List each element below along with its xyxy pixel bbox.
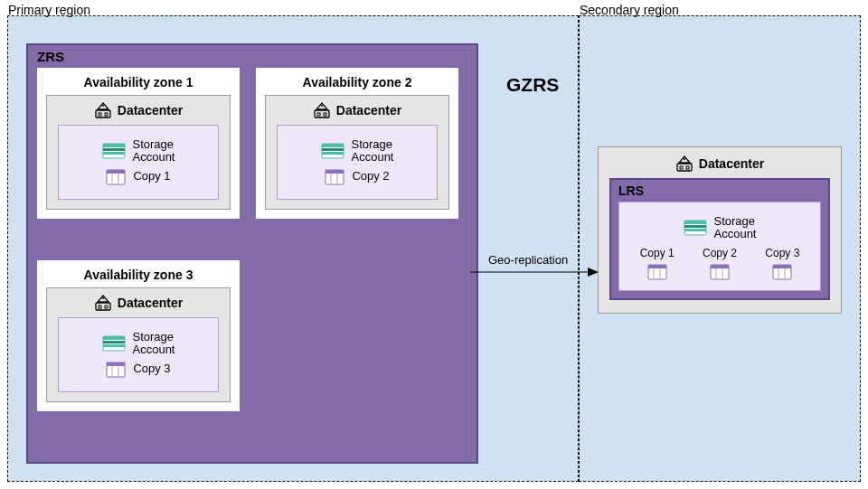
availability-zone-3: Availability zone 3 Datacenter Storage A… (37, 260, 240, 411)
az-title: Availability zone 2 (265, 75, 449, 89)
geo-replication-arrow-icon (470, 265, 615, 283)
datacenter-label: Datacenter (118, 296, 183, 310)
copy-item: Copy 2 (703, 247, 737, 281)
az-title: Availability zone 1 (46, 75, 231, 89)
primary-region-label: Primary region (8, 3, 90, 17)
copy-item: Copy 3 (765, 247, 799, 281)
zrs-label: ZRS (37, 49, 467, 64)
copy-label: Copy 2 (703, 247, 737, 259)
datacenter-title: Datacenter (277, 101, 438, 119)
copy-label: Copy 2 (352, 170, 389, 183)
storage-icon (102, 141, 126, 161)
datacenter-box: Datacenter Storage Account Copy 3 (46, 287, 231, 402)
svg-marker-13 (588, 268, 599, 277)
gzrs-title: GZRS (506, 74, 559, 96)
datacenter-title: Datacenter (609, 155, 830, 173)
copy-icon (647, 263, 667, 281)
copies-row: Copy 1 Copy 2 Copy 3 (628, 247, 811, 281)
storage-label: Storage Account (133, 331, 175, 357)
datacenter-label: Datacenter (118, 103, 183, 118)
datacenter-icon (94, 101, 112, 119)
lrs-container: LRS Storage Account Copy 1 Copy 2 (609, 178, 830, 300)
datacenter-label: Datacenter (699, 156, 764, 171)
datacenter-title: Datacenter (58, 294, 219, 312)
copy-icon (106, 361, 126, 379)
storage-card: Storage Account Copy 3 (58, 317, 219, 392)
datacenter-box: Datacenter Storage Account Copy 2 (265, 95, 449, 210)
copy-label: Copy 3 (133, 362, 170, 375)
copy-icon (106, 168, 126, 186)
primary-region: Primary region ZRS Availability zone 1 D… (7, 15, 579, 482)
secondary-region: Secondary region Datacenter LRS Storage … (579, 15, 861, 482)
lrs-label: LRS (618, 183, 821, 198)
storage-icon (102, 334, 126, 353)
copy-label: Copy 1 (640, 247, 675, 259)
datacenter-title: Datacenter (58, 101, 219, 119)
availability-zone-1: Availability zone 1 Datacenter Storage A… (37, 68, 240, 219)
datacenter-icon (313, 101, 331, 119)
az-title: Availability zone 3 (46, 268, 231, 282)
storage-card: Storage Account Copy 1 (58, 125, 219, 200)
storage-label: Storage Account (714, 215, 757, 241)
storage-label: Storage Account (133, 138, 175, 165)
datacenter-box: Datacenter Storage Account Copy 1 (46, 95, 231, 210)
copy-item: Copy 1 (640, 247, 675, 281)
storage-card: Storage Account Copy 2 (277, 125, 438, 200)
datacenter-icon (94, 294, 112, 312)
storage-icon (321, 141, 344, 161)
datacenter-label: Datacenter (336, 103, 401, 118)
storage-icon (684, 218, 707, 238)
copy-icon (325, 168, 344, 186)
secondary-region-label: Secondary region (580, 3, 679, 17)
lrs-inner: Storage Account Copy 1 Copy 2 Copy 3 (618, 202, 821, 291)
copy-icon (772, 263, 792, 281)
az-grid: Availability zone 1 Datacenter Storage A… (37, 68, 467, 447)
zrs-container: ZRS Availability zone 1 Datacenter Stora… (26, 43, 478, 464)
copy-label: Copy 1 (133, 170, 170, 183)
availability-zone-2: Availability zone 2 Datacenter Storage A… (256, 68, 458, 219)
datacenter-icon (675, 155, 693, 173)
secondary-datacenter: Datacenter LRS Storage Account Copy 1 Co… (598, 146, 842, 314)
copy-label: Copy 3 (765, 247, 799, 259)
storage-label: Storage Account (352, 138, 394, 165)
copy-icon (710, 263, 730, 281)
